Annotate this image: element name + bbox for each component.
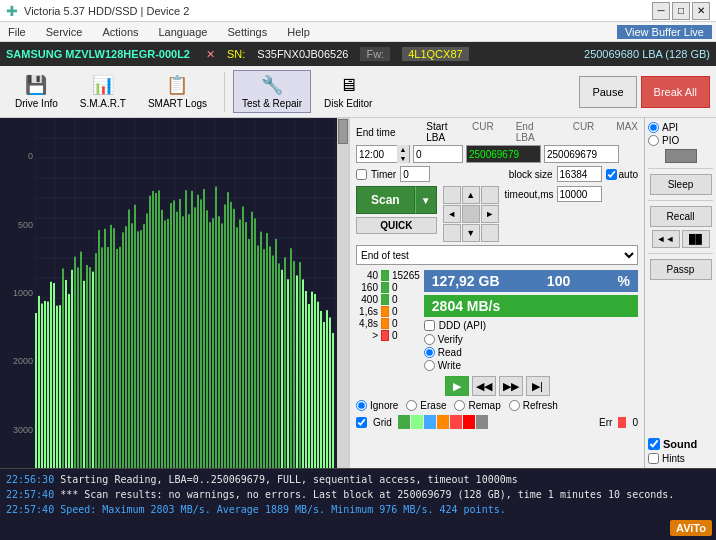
stat-label-gt: >	[356, 330, 378, 341]
recall-button[interactable]: Recall	[650, 206, 712, 227]
pio-radio-row: PIO	[648, 135, 713, 146]
quick-button[interactable]: QUICK	[356, 217, 437, 234]
dpad-up-button[interactable]: ▲	[462, 186, 480, 204]
ctrl-btn-1[interactable]: ◄◄	[652, 230, 680, 248]
menu-file[interactable]: File	[4, 25, 30, 39]
menu-bar: File Service Actions Language Settings H…	[0, 22, 716, 42]
ddd-checkbox[interactable]	[424, 320, 435, 331]
auto-checkbox[interactable]	[606, 169, 617, 180]
read-radio-row: Read	[424, 347, 463, 358]
api-radio[interactable]	[648, 122, 659, 133]
menu-service[interactable]: Service	[42, 25, 87, 39]
max-header-label: MAX	[616, 121, 638, 143]
break-all-button[interactable]: Break All	[641, 76, 710, 108]
menu-settings[interactable]: Settings	[223, 25, 271, 39]
cur2-header-label: CUR	[573, 121, 595, 143]
play-button[interactable]: ▶	[445, 376, 469, 396]
scroll-thumb[interactable]	[338, 119, 348, 144]
grid-checkbox[interactable]	[356, 417, 367, 428]
grid-seg-3	[437, 415, 449, 429]
menu-help[interactable]: Help	[283, 25, 314, 39]
ctrl-btn-2[interactable]: ██	[682, 230, 710, 248]
stat-value-160: 0	[392, 282, 398, 293]
minimize-button[interactable]: ─	[652, 2, 670, 20]
stat-row-160: 160 0	[356, 282, 420, 293]
rewind-button[interactable]: ◀◀	[472, 376, 496, 396]
ddd-row: DDD (API)	[424, 320, 638, 331]
app-title: Victoria 5.37 HDD/SSD | Device 2	[24, 5, 189, 17]
timeout-input[interactable]	[557, 186, 602, 202]
smart-logs-button[interactable]: 📋 SMART Logs	[139, 70, 216, 113]
end-lba-cur-input[interactable]	[466, 145, 541, 163]
vertical-scrollbar[interactable]	[337, 118, 349, 468]
hints-checkbox[interactable]	[648, 453, 659, 464]
bar-40	[381, 270, 389, 281]
dpad-left-button[interactable]: ◄	[443, 205, 461, 223]
start-lba-input[interactable]	[413, 145, 463, 163]
test-repair-icon: 🔧	[261, 74, 283, 96]
disk-editor-button[interactable]: 🖥 Disk Editor	[315, 71, 381, 113]
remap-radio[interactable]	[454, 400, 465, 411]
read-radio[interactable]	[424, 347, 435, 358]
sleep-button[interactable]: Sleep	[650, 174, 712, 195]
sound-checkbox[interactable]	[648, 438, 660, 450]
smart-label: S.M.A.R.T	[80, 98, 126, 109]
pause-button[interactable]: Pause	[579, 76, 636, 108]
toolbar-separator-1	[224, 72, 225, 112]
block-size-input[interactable]	[557, 166, 602, 182]
timer-input[interactable]	[400, 166, 430, 182]
timer-checkbox[interactable]	[356, 169, 367, 180]
test-repair-label: Test & Repair	[242, 98, 302, 109]
end-of-test-select[interactable]: End of test	[356, 245, 638, 265]
end-lba-input[interactable]	[544, 145, 619, 163]
unknown-toggle[interactable]	[665, 149, 697, 163]
eot-row: End of test	[356, 245, 638, 265]
ddd-label: DDD (API)	[439, 320, 486, 331]
dpad-right-button[interactable]: ►	[481, 205, 499, 223]
write-label: Write	[438, 360, 461, 371]
radio-col-1: Verify Read Write	[424, 334, 463, 371]
passp-button[interactable]: Passp	[650, 259, 712, 280]
time-down-btn[interactable]: ▼	[397, 154, 409, 163]
maximize-button[interactable]: □	[672, 2, 690, 20]
stat-row-1_6s: 1,6s 0	[356, 306, 420, 317]
end-button[interactable]: ▶|	[526, 376, 550, 396]
ignore-radio[interactable]	[356, 400, 367, 411]
scan-dropdown-button[interactable]: ▼	[415, 186, 437, 214]
erase-radio[interactable]	[406, 400, 417, 411]
separator-3	[648, 253, 713, 254]
small-ctrl-row: ◄◄ ██	[652, 230, 710, 248]
bar-4_8s	[381, 318, 389, 329]
api-label: API	[662, 122, 678, 133]
device-fw-value: 4L1QCX87	[402, 47, 468, 61]
close-button[interactable]: ✕	[692, 2, 710, 20]
device-close-button[interactable]: ✕	[206, 48, 215, 61]
stat-label-40: 40	[356, 270, 378, 281]
menu-language[interactable]: Language	[155, 25, 212, 39]
bar-400	[381, 294, 389, 305]
ignore-label: Ignore	[370, 400, 398, 411]
smart-button[interactable]: 📊 S.M.A.R.T	[71, 70, 135, 113]
stat-label-4_8s: 4,8s	[356, 318, 378, 329]
hints-check-row: Hints	[648, 453, 713, 464]
menu-actions[interactable]: Actions	[98, 25, 142, 39]
scan-button[interactable]: Scan	[356, 186, 415, 214]
ignore-radio-row: Ignore	[356, 400, 398, 411]
refresh-radio[interactable]	[509, 400, 520, 411]
time-up-btn[interactable]: ▲	[397, 145, 409, 154]
view-buffer-button[interactable]: View Buffer Live	[617, 25, 712, 39]
timeout-col: timeout,ms	[505, 186, 602, 202]
stat-row-4_8s: 4,8s 0	[356, 318, 420, 329]
write-radio[interactable]	[424, 360, 435, 371]
verify-radio[interactable]	[424, 334, 435, 345]
auto-label: auto	[619, 169, 638, 180]
graph-y-label-0: 0	[0, 151, 35, 161]
drive-info-button[interactable]: 💾 Drive Info	[6, 70, 67, 113]
next-button[interactable]: ▶▶	[499, 376, 523, 396]
bar-gt	[381, 330, 389, 341]
watermark: AViTo	[670, 520, 712, 536]
pio-radio[interactable]	[648, 135, 659, 146]
test-repair-button[interactable]: 🔧 Test & Repair	[233, 70, 311, 113]
dpad-down-button[interactable]: ▼	[462, 224, 480, 242]
end-time-input[interactable]	[357, 146, 397, 162]
